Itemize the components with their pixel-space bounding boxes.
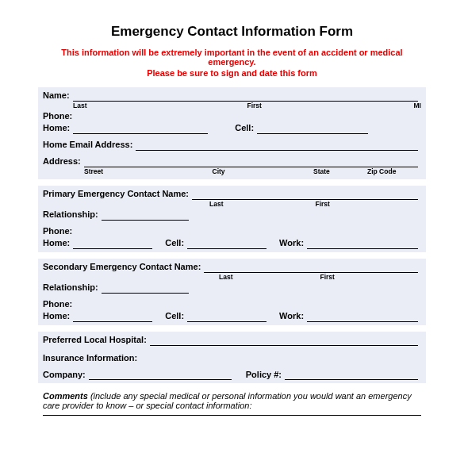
sublabel-mi: MI <box>373 102 421 110</box>
input-secondary-work[interactable] <box>307 313 418 322</box>
label-policy: Policy #: <box>246 369 282 381</box>
input-primary-cell[interactable] <box>187 240 267 249</box>
label-insurance-info: Insurance Information: <box>43 353 137 363</box>
label-comments: Comments <box>43 391 88 401</box>
label-cell-phone: Cell: <box>235 122 254 134</box>
form-page: Emergency Contact Information Form This … <box>0 0 464 433</box>
input-address[interactable] <box>84 158 418 167</box>
label-phone: Phone: <box>43 111 72 121</box>
personal-info-block: Name: Last First MI Phone: Home: Cell: H… <box>38 87 426 179</box>
hospital-insurance-block: Preferred Local Hospital: Insurance Info… <box>38 332 426 384</box>
sublabel-city: City <box>213 167 314 176</box>
input-primary-home[interactable] <box>73 240 152 249</box>
warning-line-2: Please be sure to sign and date this for… <box>38 68 426 78</box>
sublabel-zip: Zip Code <box>367 167 421 176</box>
comments-section: Comments (include any special medical or… <box>38 390 426 417</box>
sublabel-primary-last: Last <box>209 200 316 209</box>
label-primary-contact: Primary Emergency Contact Name <box>43 188 186 200</box>
input-secondary-cell[interactable] <box>187 313 267 322</box>
sublabel-primary-first: First <box>316 200 422 209</box>
label-secondary-phone: Phone: <box>43 299 72 309</box>
input-secondary-contact[interactable] <box>204 263 418 273</box>
label-primary-home: Home: <box>43 237 70 249</box>
label-secondary-work: Work: <box>279 310 304 322</box>
sublabel-state: State <box>313 167 367 176</box>
label-primary-work: Work: <box>279 237 304 249</box>
input-primary-relationship[interactable] <box>102 211 189 221</box>
label-primary-phone: Phone: <box>43 226 72 236</box>
input-policy[interactable] <box>285 370 418 380</box>
input-primary-contact[interactable] <box>192 190 418 200</box>
label-name: Name: <box>43 90 70 102</box>
input-secondary-home[interactable] <box>73 313 152 322</box>
input-preferred-hospital[interactable] <box>150 336 418 346</box>
label-address: Address: <box>43 155 81 167</box>
input-cell-phone[interactable] <box>257 125 368 134</box>
input-home-phone[interactable] <box>73 125 208 134</box>
sublabel-secondary-last: Last <box>219 273 320 282</box>
comments-line[interactable] <box>43 415 421 416</box>
label-home-phone: Home: <box>43 122 70 134</box>
label-preferred-hospital: Preferred Local Hospital: <box>43 334 147 346</box>
form-title: Emergency Contact Information Form <box>38 24 426 40</box>
primary-contact-block: Primary Emergency Contact Name: Last Fir… <box>38 186 426 252</box>
sublabel-first: First <box>247 102 373 110</box>
sublabel-secondary-first: First <box>320 273 422 282</box>
input-home-email[interactable] <box>136 141 418 151</box>
label-secondary-cell: Cell: <box>165 310 184 322</box>
sublabel-street: Street <box>84 167 213 176</box>
sublabel-last: Last <box>73 102 247 110</box>
input-primary-work[interactable] <box>307 240 418 249</box>
input-company[interactable] <box>89 370 232 380</box>
secondary-contact-block: Secondary Emergency Contact Name: Last F… <box>38 259 426 325</box>
label-secondary-contact: Secondary Emergency Contact Name <box>43 261 198 273</box>
label-secondary-home: Home: <box>43 310 70 322</box>
label-home-email: Home Email Address: <box>43 139 132 151</box>
warning-line-1: This information will be extremely impor… <box>38 48 426 67</box>
label-primary-cell: Cell: <box>165 237 184 249</box>
input-name[interactable] <box>73 92 418 102</box>
label-secondary-relationship: Relationship: <box>43 282 98 294</box>
comments-text: (include any special medical or personal… <box>43 391 412 410</box>
label-primary-relationship: Relationship: <box>43 209 98 221</box>
label-company: Company: <box>43 369 86 381</box>
input-secondary-relationship[interactable] <box>102 284 189 294</box>
